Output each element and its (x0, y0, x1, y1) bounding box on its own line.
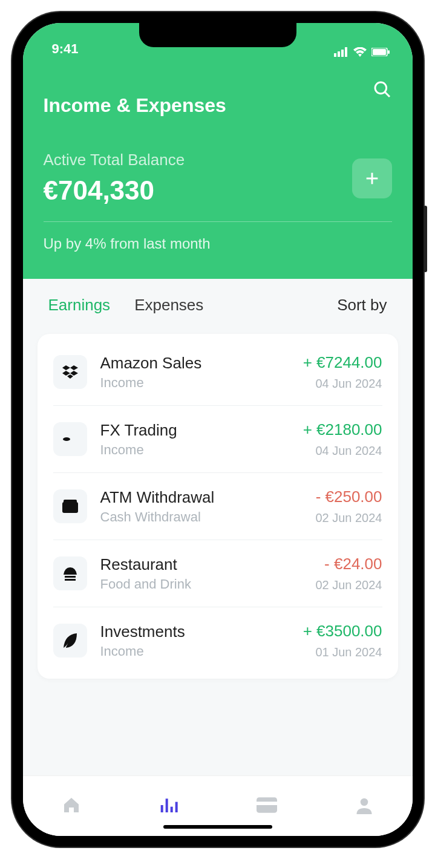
transaction-row[interactable]: Investments Income + €3500.00 01 Jun 202… (53, 607, 382, 674)
home-icon (62, 795, 81, 815)
transaction-date: 02 Jun 2024 (315, 511, 382, 525)
transaction-row[interactable]: Restaurant Food and Drink - €24.00 02 Ju… (53, 540, 382, 607)
transaction-subtitle: Income (100, 375, 290, 391)
transaction-date: 04 Jun 2024 (303, 444, 382, 458)
signal-icon (334, 47, 348, 57)
restaurant-icon (53, 556, 87, 590)
balance-value: €704,330 (44, 175, 185, 206)
transaction-title: Amazon Sales (100, 354, 290, 373)
transaction-date: 01 Jun 2024 (303, 645, 382, 659)
home-indicator[interactable] (163, 825, 272, 829)
svg-marker-13 (62, 371, 70, 376)
svg-rect-19 (161, 805, 163, 812)
transaction-date: 04 Jun 2024 (303, 377, 382, 391)
svg-point-25 (361, 798, 368, 806)
transaction-subtitle: Cash Withdrawal (100, 509, 303, 525)
wifi-icon (353, 47, 367, 57)
svg-point-16 (63, 437, 70, 441)
balance-trend: Up by 4% from last month (44, 235, 392, 252)
transaction-subtitle: Food and Drink (100, 576, 303, 592)
svg-line-8 (385, 92, 390, 97)
nav-cards[interactable] (257, 797, 277, 815)
tab-earnings[interactable]: Earnings (48, 296, 111, 315)
svg-marker-15 (67, 374, 73, 379)
transaction-date: 02 Jun 2024 (315, 578, 382, 592)
svg-rect-18 (64, 500, 77, 503)
transaction-row[interactable]: FX Trading Income + €2180.00 04 Jun 2024 (53, 406, 382, 473)
transactions-card: Amazon Sales Income + €7244.00 04 Jun 20… (38, 334, 398, 679)
dropbox-icon (53, 355, 87, 389)
transaction-subtitle: Income (100, 442, 290, 458)
phone-notch (139, 23, 296, 47)
sort-by-button[interactable]: Sort by (337, 296, 387, 315)
svg-rect-2 (341, 50, 344, 57)
plus-icon (364, 170, 381, 187)
svg-rect-0 (334, 53, 336, 57)
fx-icon (53, 422, 87, 456)
transaction-amount: + €3500.00 (303, 622, 382, 641)
transaction-subtitle: Income (100, 644, 290, 659)
transaction-amount: - €250.00 (315, 488, 382, 506)
balance-label: Active Total Balance (44, 151, 185, 169)
tabs-row: Earnings Expenses Sort by (38, 296, 398, 315)
search-icon[interactable] (373, 80, 392, 99)
header-divider (44, 221, 392, 222)
transaction-row[interactable]: ATM Withdrawal Cash Withdrawal - €250.00… (53, 473, 382, 540)
header: Income & Expenses Active Total Balance €… (23, 59, 413, 279)
svg-rect-20 (166, 798, 168, 812)
transaction-row[interactable]: Amazon Sales Income + €7244.00 04 Jun 20… (53, 339, 382, 406)
transaction-title: Restaurant (100, 555, 303, 574)
wallet-icon (53, 489, 87, 523)
battery-icon (371, 48, 390, 56)
svg-rect-24 (257, 801, 277, 805)
svg-marker-11 (62, 365, 70, 370)
tab-expenses[interactable]: Expenses (134, 296, 203, 315)
phone-screen: 9:41 Income & Expenses Active Total Bala… (23, 23, 413, 836)
svg-marker-14 (70, 371, 78, 376)
svg-rect-22 (175, 801, 178, 812)
transaction-title: Investments (100, 622, 290, 641)
svg-rect-17 (62, 502, 78, 513)
nav-home[interactable] (62, 795, 81, 817)
nav-profile[interactable] (355, 796, 373, 817)
status-time: 9:41 (52, 41, 79, 57)
stats-icon (159, 795, 178, 815)
page-title: Income & Expenses (44, 94, 226, 117)
phone-side-button (424, 206, 427, 272)
transaction-amount: + €2180.00 (303, 420, 382, 439)
profile-icon (355, 796, 373, 814)
nav-stats[interactable] (159, 795, 178, 817)
svg-rect-3 (345, 47, 347, 57)
transaction-amount: + €7244.00 (303, 353, 382, 372)
status-icons (334, 47, 390, 57)
svg-marker-12 (70, 365, 78, 370)
transaction-title: FX Trading (100, 421, 290, 440)
svg-rect-5 (373, 49, 386, 55)
leaf-icon (53, 624, 87, 658)
phone-frame: 9:41 Income & Expenses Active Total Bala… (12, 12, 424, 847)
transaction-title: ATM Withdrawal (100, 488, 303, 507)
card-icon (257, 797, 277, 813)
add-button[interactable] (352, 158, 392, 198)
svg-point-7 (375, 82, 387, 94)
svg-rect-1 (338, 51, 340, 57)
transaction-amount: - €24.00 (315, 555, 382, 573)
body: Earnings Expenses Sort by Amazon Sales I… (23, 279, 413, 775)
svg-rect-6 (388, 50, 390, 54)
svg-rect-21 (171, 806, 173, 812)
